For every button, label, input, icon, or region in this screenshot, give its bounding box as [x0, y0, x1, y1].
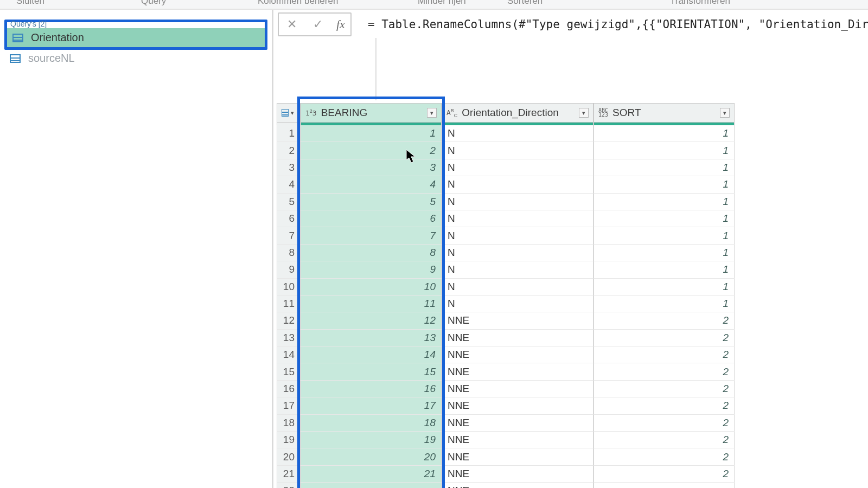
filter-dropdown-icon[interactable]: ▾ — [720, 108, 730, 118]
cell-direction[interactable]: NNE — [442, 381, 593, 397]
cell-bearing[interactable]: 2 — [301, 142, 442, 159]
row-number[interactable]: 12 — [277, 312, 301, 329]
row-number[interactable]: 5 — [277, 194, 301, 210]
cell-sort[interactable]: 2 — [593, 312, 735, 329]
cell-sort[interactable]: 1 — [593, 279, 735, 296]
cell-sort[interactable]: 2 — [593, 397, 735, 414]
cell-bearing[interactable]: 21 — [301, 466, 442, 483]
cell-sort[interactable]: 1 — [593, 194, 735, 210]
row-number[interactable]: 16 — [277, 381, 301, 397]
cell-sort[interactable]: 1 — [593, 261, 735, 278]
column-header-orientation-direction[interactable]: ABC Orientation_Direction ▾ — [442, 103, 593, 123]
cell-direction[interactable]: N — [442, 194, 593, 210]
cell-bearing[interactable]: 3 — [301, 159, 442, 176]
table-corner[interactable]: ▾ — [277, 103, 301, 123]
row-number[interactable]: 19 — [277, 432, 301, 448]
row-number[interactable]: 2 — [277, 142, 301, 159]
cell-sort[interactable]: 2 — [593, 432, 735, 448]
column-header-sort[interactable]: ABC123 SORT ▾ — [593, 103, 735, 123]
cell-sort[interactable]: 1 — [593, 245, 735, 261]
cell-direction[interactable]: N — [442, 176, 593, 193]
cell-sort[interactable]: 2 — [593, 330, 735, 346]
cell-bearing[interactable]: 7 — [301, 227, 442, 244]
cell-bearing[interactable]: 4 — [301, 176, 442, 193]
cell-direction[interactable]: N — [442, 142, 593, 159]
cell-sort[interactable] — [593, 483, 735, 488]
row-number[interactable]: 20 — [277, 448, 301, 465]
cell-sort[interactable]: 2 — [593, 363, 735, 380]
cell-direction[interactable]: NNE — [442, 483, 593, 488]
fx-icon[interactable]: fx — [336, 17, 345, 31]
cell-direction[interactable]: N — [442, 296, 593, 312]
cell-sort[interactable]: 1 — [593, 125, 735, 142]
cell-direction[interactable]: NNE — [442, 415, 593, 432]
cell-sort[interactable]: 2 — [593, 448, 735, 465]
row-number[interactable]: 7 — [277, 227, 301, 244]
row-number[interactable]: 22 — [277, 483, 301, 488]
cell-direction[interactable]: NNE — [442, 448, 593, 465]
cell-bearing[interactable]: 20 — [301, 448, 442, 465]
cell-direction[interactable]: NNE — [442, 432, 593, 448]
cell-bearing[interactable]: 16 — [301, 381, 442, 397]
row-number[interactable]: 14 — [277, 346, 301, 363]
cell-direction[interactable]: N — [442, 159, 593, 176]
cell-direction[interactable]: N — [442, 227, 593, 244]
cell-bearing[interactable]: 5 — [301, 194, 442, 210]
cell-direction[interactable]: N — [442, 279, 593, 296]
cell-bearing[interactable]: 11 — [301, 296, 442, 312]
chevron-down-icon[interactable]: ▾ — [289, 108, 296, 118]
cell-bearing[interactable]: 10 — [301, 279, 442, 296]
cell-bearing[interactable]: 1 — [301, 125, 442, 142]
cell-sort[interactable]: 2 — [593, 466, 735, 483]
cell-direction[interactable]: NNE — [442, 330, 593, 346]
cell-bearing[interactable]: 15 — [301, 363, 442, 380]
row-number[interactable]: 11 — [277, 296, 301, 312]
row-number[interactable]: 17 — [277, 397, 301, 414]
query-item-sourcenl[interactable]: sourceNL — [0, 49, 272, 68]
cell-direction[interactable]: NNE — [442, 363, 593, 380]
cell-direction[interactable]: N — [442, 210, 593, 227]
formula-text[interactable]: = Table.RenameColumns(#"Type gewijzigd",… — [368, 18, 868, 31]
row-number[interactable]: 3 — [277, 159, 301, 176]
cell-bearing[interactable]: 18 — [301, 415, 442, 432]
column-header-bearing[interactable]: 123 BEARING ▾ — [301, 103, 442, 123]
cell-bearing[interactable]: 17 — [301, 397, 442, 414]
cell-bearing[interactable]: 19 — [301, 432, 442, 448]
cell-sort[interactable]: 1 — [593, 176, 735, 193]
cell-sort[interactable]: 1 — [593, 296, 735, 312]
row-number[interactable]: 9 — [277, 261, 301, 278]
row-number[interactable]: 1 — [277, 125, 301, 142]
filter-dropdown-icon[interactable]: ▾ — [427, 108, 437, 118]
cell-sort[interactable]: 1 — [593, 159, 735, 176]
cell-sort[interactable]: 2 — [593, 381, 735, 397]
cell-bearing[interactable]: 8 — [301, 245, 442, 261]
cell-bearing[interactable]: 9 — [301, 261, 442, 278]
cell-sort[interactable]: 1 — [593, 210, 735, 227]
cell-direction[interactable]: NNE — [442, 397, 593, 414]
query-item-orientation[interactable]: Orientation — [7, 28, 265, 47]
cell-sort[interactable]: 2 — [593, 415, 735, 432]
row-number[interactable]: 18 — [277, 415, 301, 432]
cell-direction[interactable]: NNE — [442, 346, 593, 363]
cell-bearing[interactable]: 13 — [301, 330, 442, 346]
cell-direction[interactable]: N — [442, 261, 593, 278]
cell-direction[interactable]: NNE — [442, 312, 593, 329]
cell-sort[interactable]: 2 — [593, 346, 735, 363]
row-number[interactable]: 15 — [277, 363, 301, 380]
cell-sort[interactable]: 1 — [593, 142, 735, 159]
filter-dropdown-icon[interactable]: ▾ — [579, 108, 589, 118]
row-number[interactable]: 6 — [277, 210, 301, 227]
row-number[interactable]: 13 — [277, 330, 301, 346]
cell-bearing[interactable] — [301, 483, 442, 488]
row-number[interactable]: 10 — [277, 279, 301, 296]
cell-bearing[interactable]: 6 — [301, 210, 442, 227]
cell-bearing[interactable]: 12 — [301, 312, 442, 329]
cell-direction[interactable]: NNE — [442, 466, 593, 483]
cancel-icon[interactable]: ✕ — [284, 17, 299, 32]
cell-bearing[interactable]: 14 — [301, 346, 442, 363]
cell-direction[interactable]: N — [442, 125, 593, 142]
row-number[interactable]: 8 — [277, 245, 301, 261]
cell-sort[interactable]: 1 — [593, 227, 735, 244]
confirm-icon[interactable]: ✓ — [310, 17, 326, 32]
row-number[interactable]: 21 — [277, 466, 301, 483]
